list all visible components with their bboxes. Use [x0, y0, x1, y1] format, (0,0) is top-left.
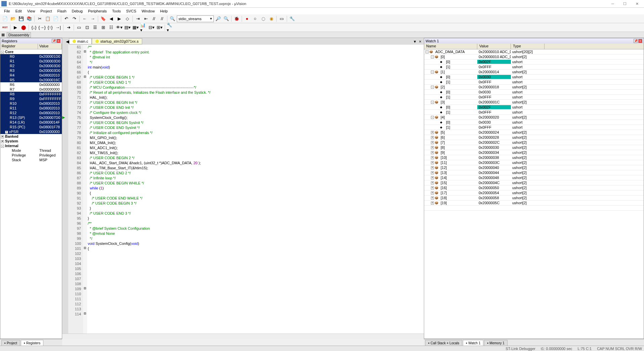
- watch-row[interactable]: +📦[9]0x20000034ushort[2]: [424, 150, 644, 155]
- register-row[interactable]: ModeThread: [0, 148, 62, 153]
- menu-peripherals[interactable]: Peripherals: [86, 8, 109, 14]
- menu-edit[interactable]: Edit: [13, 8, 24, 14]
- bottom-tab-registers[interactable]: ▪Registers: [21, 340, 43, 346]
- register-row[interactable]: R110x08002010: [0, 106, 62, 111]
- cut-button[interactable]: ✂: [36, 15, 43, 23]
- watch-row[interactable]: ◆[1]0x0FFFushort: [424, 95, 644, 100]
- step-into-button[interactable]: {↓}: [30, 24, 38, 31]
- menu-help[interactable]: Help: [158, 8, 170, 14]
- find-in-files-button[interactable]: 🔍: [169, 15, 176, 23]
- reset-button[interactable]: RST: [1, 24, 9, 31]
- indent-button[interactable]: ⇥: [134, 15, 142, 23]
- watch-row[interactable]: +📦[17]0x20000054ushort[2]: [424, 190, 644, 195]
- watch-row[interactable]: -📦[4]0x20000020ushort[2]: [424, 115, 644, 120]
- command-window-button[interactable]: ▭: [75, 24, 83, 31]
- step-out-button[interactable]: {↑}: [46, 24, 54, 31]
- register-row[interactable]: R100x08002010: [0, 101, 62, 106]
- breakpoint-enable-button[interactable]: ○: [251, 15, 259, 23]
- watch-row[interactable]: +📦[10]0x20000038ushort[2]: [424, 155, 644, 160]
- watch-enter-expression[interactable]: [424, 206, 644, 211]
- register-row[interactable]: R30x200003D0: [0, 68, 62, 73]
- watch-row[interactable]: -📦[2]0x20000018ushort[2]: [424, 85, 644, 90]
- bottom-tab-call-stack-locals[interactable]: ▪Call Stack + Locals: [425, 340, 462, 346]
- register-row[interactable]: R40x08002010: [0, 73, 62, 78]
- watch-row[interactable]: ◆[0]0x0030ushort: [424, 90, 644, 95]
- watch-row[interactable]: +📦[14]0x20000048ushort[2]: [424, 175, 644, 180]
- serial-window-button[interactable]: ▦▾: [132, 24, 139, 31]
- redo-button[interactable]: ↷: [71, 15, 78, 23]
- register-row[interactable]: R13 (SP)0x200007D0: [0, 115, 62, 120]
- paste-button[interactable]: 📄: [52, 15, 59, 23]
- panel-pin-button[interactable]: 📌: [52, 39, 56, 43]
- open-file-button[interactable]: 📂: [9, 15, 17, 23]
- toolbox-button[interactable]: 🔧▾: [166, 24, 174, 31]
- register-row[interactable]: PrivilegePrivileged: [0, 153, 62, 158]
- menu-svcs[interactable]: SVCS: [124, 8, 138, 14]
- incremental-find-button[interactable]: 🔍: [223, 15, 230, 23]
- nav-forward-button[interactable]: →: [89, 15, 96, 23]
- panel-pin-button[interactable]: 📌: [634, 39, 638, 43]
- watch-row[interactable]: -📦[0]0x20000010 ADC_DM...ushort[2]: [424, 54, 644, 59]
- undo-button[interactable]: ↶: [63, 15, 70, 23]
- watch-row[interactable]: +📦[15]0x2000004Cushort[2]: [424, 180, 644, 185]
- watch-row[interactable]: ◆[0]0x0030ushort: [424, 75, 644, 80]
- registers-list[interactable]: -CoreR00x200001D0R10x200003D0R20x200003D…: [0, 49, 62, 339]
- register-row[interactable]: -Core: [0, 49, 62, 54]
- watch-row[interactable]: ◆[0]0x002Fushort: [424, 105, 644, 110]
- bookmark-clear-button[interactable]: ◇: [124, 15, 131, 23]
- trace-window-button[interactable]: ⊟▾: [148, 24, 155, 31]
- configure-button[interactable]: 🔧: [288, 15, 296, 23]
- watch-row[interactable]: +📦[16]0x20000050ushort[2]: [424, 185, 644, 190]
- nav-back-button[interactable]: ←: [81, 15, 88, 23]
- watch-row[interactable]: ◆[0]0x0030ushort: [424, 120, 644, 125]
- breakpoint-disable-button[interactable]: ◌: [259, 15, 267, 23]
- watch-list[interactable]: -📦ADC_DMA_DATA0x20000010 ADC_DM...ushort…: [424, 49, 644, 339]
- bookmark-prev-button[interactable]: ◀: [108, 15, 115, 23]
- register-row[interactable]: +System: [0, 139, 62, 143]
- analysis-window-button[interactable]: 📊▾: [140, 24, 147, 31]
- breakpoint-kill-button[interactable]: ◉: [268, 15, 275, 23]
- bookmark-button[interactable]: 🔖: [99, 15, 107, 23]
- register-row[interactable]: R70x00000000: [0, 87, 62, 92]
- watch-row[interactable]: +📦[8]0x20000030ushort[2]: [424, 145, 644, 150]
- menu-project[interactable]: Project: [38, 8, 54, 14]
- watch-row[interactable]: +📦[11]0x2000003Cushort[2]: [424, 160, 644, 165]
- watch-row[interactable]: +📦[5]0x20000024ushort[2]: [424, 130, 644, 135]
- watch-row[interactable]: ◆[1]0x0FFFushort: [424, 64, 644, 70]
- comment-button[interactable]: //: [150, 15, 158, 23]
- bottom-tab-memory-1[interactable]: ▪Memory 1: [484, 340, 507, 346]
- new-file-button[interactable]: 📄: [1, 15, 9, 23]
- watch-row[interactable]: -📦[1]0x20000014ushort[2]: [424, 70, 644, 75]
- memory-window-button[interactable]: ▤▾: [124, 24, 131, 31]
- outdent-button[interactable]: ⇤: [142, 15, 150, 23]
- copy-button[interactable]: 📋: [44, 15, 51, 23]
- editor-horizontal-scrollbar[interactable]: [62, 334, 424, 339]
- watch-row[interactable]: +📦[13]0x20000044ushort[2]: [424, 170, 644, 175]
- watch-row[interactable]: +📦[6]0x20000028ushort[2]: [424, 135, 644, 140]
- register-row[interactable]: -Internal: [0, 143, 62, 148]
- watch-row[interactable]: -📦[3]0x2000001Cushort[2]: [424, 100, 644, 105]
- find-combo[interactable]: stdio_streams▾: [177, 15, 214, 22]
- register-row[interactable]: +Banked: [0, 134, 62, 139]
- menu-view[interactable]: View: [25, 8, 37, 14]
- register-row[interactable]: R80xFFFFFFFF: [0, 92, 62, 96]
- watch-row[interactable]: +📦[18]0x20000058ushort[2]: [424, 195, 644, 201]
- register-row[interactable]: R00x200001D0: [0, 54, 62, 59]
- menu-debug[interactable]: Debug: [70, 8, 85, 14]
- register-row[interactable]: R20x200003D0: [0, 63, 62, 68]
- menu-file[interactable]: File: [2, 8, 12, 14]
- bottom-tab-project[interactable]: ▪Project: [1, 340, 20, 346]
- tab-dropdown-button[interactable]: ▾: [412, 39, 417, 44]
- register-row[interactable]: R90xFFFFFFFF: [0, 96, 62, 101]
- panel-close-button[interactable]: ×: [638, 39, 642, 43]
- maximize-button[interactable]: ☐: [619, 0, 631, 7]
- editor-tab[interactable]: startup_stm32g071xx.s: [92, 38, 142, 44]
- disassembly-panel-collapsed[interactable]: ▦Disassembly: [0, 32, 644, 38]
- menu-flash[interactable]: Flash: [55, 8, 69, 14]
- debug-button[interactable]: 🐞: [233, 15, 240, 23]
- bookmark-next-button[interactable]: ▶: [116, 15, 123, 23]
- watch-row[interactable]: ◆[0]0x002Fushort: [424, 59, 644, 64]
- breakpoint-insert-button[interactable]: ●: [243, 15, 251, 23]
- bottom-tab-watch-1[interactable]: ▪Watch 1: [463, 340, 483, 346]
- close-button[interactable]: ✕: [631, 0, 643, 7]
